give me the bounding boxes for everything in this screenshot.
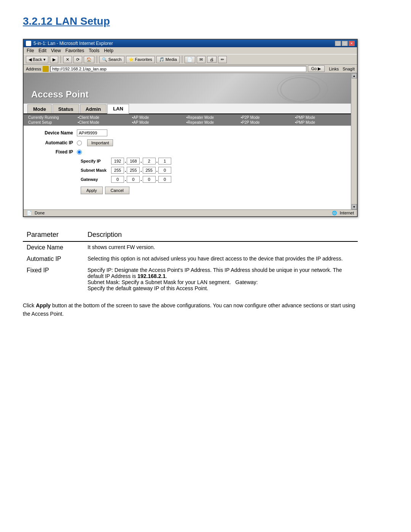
status-running-pmp: •PMP Mode	[293, 115, 348, 120]
gateway-row: Gateway . . .	[81, 176, 343, 183]
specify-ip-3[interactable]	[143, 158, 156, 165]
status-setup-ap: •AP Mode	[131, 120, 185, 125]
fixed-ip-label: Fixed IP	[27, 149, 77, 155]
menu-file[interactable]: File	[27, 48, 34, 53]
menu-view[interactable]: View	[51, 48, 61, 53]
status-setup-repeater: •Repeater Mode	[185, 120, 239, 125]
automatic-ip-row: Automatic IP Important	[27, 139, 343, 146]
footer-text: Click Apply button at the bottom of the …	[23, 301, 358, 318]
gateway-3[interactable]	[143, 176, 156, 183]
address-input[interactable]	[50, 66, 306, 72]
device-name-input[interactable]	[77, 129, 107, 136]
tab-status[interactable]: Status	[53, 104, 79, 113]
history-button[interactable]: 📄	[185, 56, 195, 63]
automatic-ip-label: Automatic IP	[27, 140, 77, 145]
status-running-ap: •AP Mode	[131, 115, 185, 120]
specify-ip-label: Specify IP	[81, 159, 111, 163]
gateway-4[interactable]	[158, 176, 171, 183]
subnet-dot-3: .	[156, 168, 158, 173]
tab-lan[interactable]: LAN	[107, 104, 129, 114]
status-label-setup: Current Setup	[27, 120, 76, 125]
param-device-name: Device Name	[23, 241, 84, 253]
menu-tools[interactable]: Tools	[89, 48, 99, 53]
subnet-mask-group: . . .	[111, 167, 171, 174]
browser-main: Access Point Mode Status Admin LAN Curre…	[24, 73, 351, 209]
status-setup-pmp: •PMP Mode	[293, 120, 348, 125]
media-button[interactable]: 🎵 Media	[156, 56, 180, 63]
gateway-dot-2: .	[140, 177, 142, 182]
browser-icon	[26, 41, 31, 46]
browser-toolbar: ◀ Back ▾ ▶ ✕ ⟳ 🏠 🔍 Search ⭐ Favorites 🎵 …	[24, 54, 357, 65]
titlebar-buttons: _ □ ✕	[335, 41, 355, 46]
browser-title: 5-in-1: Lan - Microsoft Internet Explore…	[33, 41, 113, 46]
tab-mode[interactable]: Mode	[27, 104, 52, 113]
maximize-button[interactable]: □	[342, 41, 348, 46]
status-label-running: Currently Running	[27, 115, 76, 120]
fixed-ip-radio[interactable]	[77, 150, 82, 155]
cancel-button[interactable]: Cancel	[105, 187, 129, 194]
form-area: Device Name Automatic IP Important Fixed…	[24, 126, 351, 209]
scroll-up-button[interactable]: ▲	[352, 73, 357, 78]
address-label: Address	[26, 67, 41, 71]
stop-button[interactable]: ✕	[63, 56, 72, 63]
status-running-repeater: •Repeater Mode	[185, 115, 239, 120]
scroll-down-button[interactable]: ▼	[352, 204, 357, 209]
forward-button[interactable]: ▶	[50, 56, 58, 63]
specify-ip-group: . . .	[111, 158, 171, 165]
snagit-label: SnagIt	[342, 67, 355, 71]
subnet-2[interactable]	[127, 167, 140, 174]
favorites-button[interactable]: ⭐ Favorites	[126, 56, 155, 63]
menu-help[interactable]: Help	[104, 48, 113, 53]
ap-header-title: Access Point	[31, 89, 89, 100]
menu-edit[interactable]: Edit	[38, 48, 46, 53]
table-row: Fixed IP Specify IP: Designate the Acces…	[23, 265, 358, 294]
important-button[interactable]: Important	[87, 139, 113, 146]
browser-addressbar: Address Go ▶ Links SnagIt	[24, 65, 357, 73]
minimize-button[interactable]: _	[335, 41, 341, 46]
go-button[interactable]: Go ▶	[308, 66, 325, 72]
automatic-ip-radio[interactable]	[77, 141, 82, 145]
refresh-button[interactable]: ⟳	[73, 56, 82, 63]
specify-ip-4[interactable]	[158, 158, 171, 165]
specify-ip-row: Specify IP . . .	[81, 158, 343, 165]
status-setup-client: •Client Mode	[76, 120, 131, 125]
gateway-group: . . .	[111, 176, 171, 183]
address-icon	[43, 66, 49, 72]
browser-statusbar: 📄 Done 🌐 Internet	[24, 209, 357, 216]
status-grid: Currently Running •Client Mode •AP Mode …	[24, 114, 351, 126]
edit-button[interactable]: ✏	[218, 56, 227, 63]
subnet-4[interactable]	[158, 167, 171, 174]
table-row: Device Name It shows current FW version.	[23, 241, 358, 253]
specify-ip-2[interactable]	[127, 158, 140, 165]
param-header: Parameter	[23, 228, 84, 241]
close-button[interactable]: ✕	[349, 41, 355, 46]
scrollbar-track[interactable]	[351, 78, 357, 204]
toolbar-separator3	[182, 56, 182, 63]
status-running-client: •Client Mode	[76, 115, 131, 120]
browser-scrollbar: ▲ ▼	[351, 73, 357, 209]
tab-admin[interactable]: Admin	[80, 104, 107, 113]
desc-header: Description	[84, 228, 358, 241]
gateway-2[interactable]	[127, 176, 140, 183]
form-spacer	[27, 194, 343, 206]
subnet-dot-2: .	[140, 168, 142, 173]
specify-ip-1[interactable]	[111, 158, 124, 165]
description-table: Parameter Description Device Name It sho…	[23, 228, 358, 294]
gateway-1[interactable]	[111, 176, 124, 183]
page-icon: 📄	[27, 211, 32, 215]
subnet-3[interactable]	[143, 167, 156, 174]
status-done: 📄 Done	[27, 211, 45, 216]
subnet-1[interactable]	[111, 167, 124, 174]
back-button[interactable]: ◀ Back ▾	[26, 56, 48, 63]
param-automatic-ip: Automatic IP	[23, 253, 84, 265]
subnet-mask-row: Subnet Mask . . .	[81, 167, 343, 174]
search-button[interactable]: 🔍 Search	[99, 56, 124, 63]
print-button[interactable]: 🖨	[207, 56, 217, 63]
ip-dot-2: .	[140, 158, 142, 164]
subnet-mask-label: Subnet Mask	[81, 168, 111, 173]
desc-automatic-ip: Selecting this option is not advised unl…	[84, 253, 358, 265]
menu-favorites[interactable]: Favorites	[65, 48, 84, 53]
home-button[interactable]: 🏠	[84, 56, 94, 63]
apply-button[interactable]: Apply	[81, 187, 103, 194]
mail-button[interactable]: ✉	[197, 56, 206, 63]
